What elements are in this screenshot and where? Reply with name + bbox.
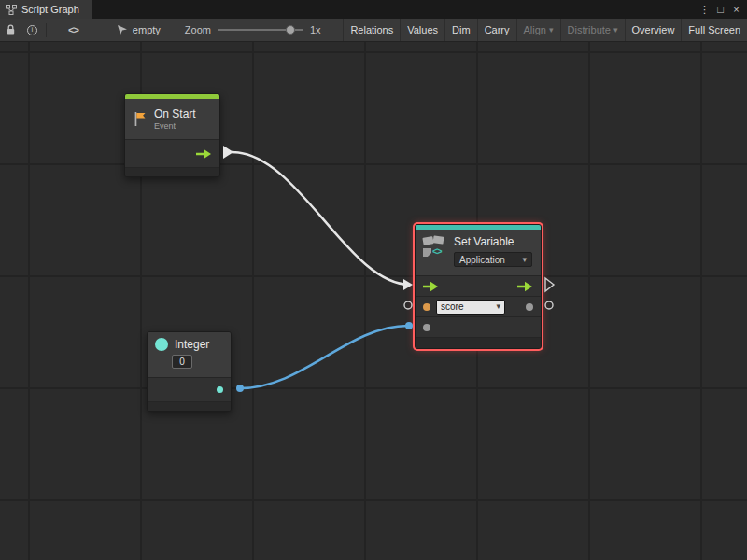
value-wire-end-dot[interactable] — [405, 322, 413, 329]
variable-name-field[interactable]: score ▾ — [436, 300, 505, 315]
chevron-down-icon: ▾ — [549, 26, 554, 35]
graph-canvas[interactable]: On Start Event <> — [0, 42, 747, 560]
graph-name-label: empty — [133, 24, 161, 35]
info-icon: i — [27, 25, 37, 35]
tab-title: Script Graph — [21, 4, 79, 15]
node-on-start[interactable]: On Start Event — [124, 93, 220, 177]
wires-layer — [0, 42, 747, 560]
graph-breadcrumb[interactable]: empty — [116, 24, 161, 35]
new-value-input-port[interactable] — [423, 324, 430, 331]
tab-script-graph[interactable]: Script Graph — [0, 0, 92, 19]
window-menu-button[interactable]: ⋮ — [697, 1, 712, 18]
flow-row — [416, 275, 541, 296]
flow-output-external-port[interactable] — [545, 278, 554, 291]
set-variable-icon: <> — [423, 235, 447, 259]
window-maximize-button[interactable]: □ — [712, 1, 728, 18]
value-output-port[interactable] — [526, 303, 533, 311]
lock-icon — [6, 24, 16, 35]
script-graph-icon — [6, 5, 17, 15]
flow-wire-start-arrow[interactable] — [223, 146, 233, 159]
chevron-down-icon: ▾ — [496, 302, 500, 311]
node-footer — [416, 337, 541, 348]
chevron-down-icon: ▾ — [522, 256, 527, 264]
node-title: On Start — [154, 107, 196, 120]
variable-scope-dropdown[interactable]: Application ▾ — [454, 252, 532, 267]
graph-pointer-icon — [116, 24, 128, 35]
close-icon: × — [733, 4, 739, 15]
kebab-menu-icon: ⋮ — [699, 4, 710, 16]
node-footer — [148, 401, 231, 411]
distribute-button: Distribute▾ — [560, 19, 625, 41]
fullscreen-button[interactable]: Full Screen — [681, 19, 747, 41]
title-bar: Script Graph ⋮ □ × — [0, 0, 747, 19]
chevron-down-icon: ▾ — [613, 26, 618, 35]
flow-wire-end-arrow[interactable] — [403, 279, 413, 290]
lock-button[interactable] — [0, 19, 21, 41]
window-close-button[interactable]: × — [728, 1, 744, 18]
info-button[interactable]: i — [21, 19, 43, 41]
align-button: Align▾ — [516, 19, 560, 41]
carry-button[interactable]: Carry — [477, 19, 516, 41]
script-graph-window: Script Graph ⋮ □ × i <> — [0, 0, 747, 560]
node-footer — [125, 167, 219, 176]
node-title: Set Variable — [454, 235, 532, 248]
node-header: On Start Event — [125, 99, 219, 139]
maximize-icon: □ — [717, 4, 724, 15]
zoom-label: Zoom — [185, 24, 211, 35]
flow-input-port-icon[interactable] — [423, 281, 439, 292]
values-button[interactable]: Values — [400, 19, 444, 41]
name-input-external-port[interactable] — [404, 301, 412, 309]
value-wire-start-dot[interactable] — [236, 385, 244, 392]
flag-icon — [133, 111, 148, 127]
overview-button[interactable]: Overview — [625, 19, 682, 41]
name-input-port[interactable] — [423, 303, 430, 311]
zoom-slider-knob[interactable] — [286, 25, 295, 35]
node-header: <> Set Variable Application ▾ — [416, 230, 541, 275]
variable-name-row: score ▾ — [416, 296, 541, 316]
new-value-row — [416, 316, 541, 337]
integer-value-input[interactable]: 0 — [172, 355, 192, 369]
graph-toolbar: i <> empty Zoom 1x Relation — [0, 19, 747, 42]
dim-button[interactable]: Dim — [444, 19, 477, 41]
value-wire[interactable] — [240, 326, 408, 388]
flow-output-port-icon[interactable] — [196, 148, 212, 160]
titlebar-empty-space — [92, 0, 697, 19]
relations-button[interactable]: Relations — [343, 19, 400, 41]
flow-output-row — [125, 139, 219, 167]
node-header: Integer 0 — [148, 332, 231, 377]
zoom-value: 1x — [310, 24, 321, 35]
flow-wire[interactable] — [232, 152, 410, 285]
value-output-external-port[interactable] — [545, 301, 553, 309]
code-icon: <> — [68, 24, 78, 35]
edit-graph-button[interactable]: <> — [63, 19, 84, 41]
integer-type-icon — [155, 338, 168, 351]
zoom-slider[interactable] — [218, 24, 303, 35]
integer-output-row — [148, 377, 231, 401]
flow-output-port-icon[interactable] — [517, 281, 533, 292]
integer-output-port[interactable] — [217, 386, 223, 393]
node-set-variable[interactable]: <> Set Variable Application ▾ — [415, 224, 542, 349]
toolbar-divider — [46, 23, 47, 37]
node-title: Integer — [175, 338, 209, 351]
node-subtitle: Event — [154, 121, 196, 131]
node-integer[interactable]: Integer 0 — [147, 331, 232, 412]
